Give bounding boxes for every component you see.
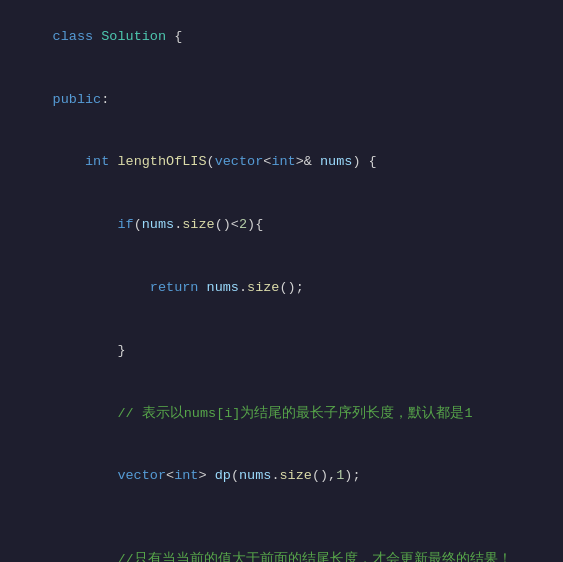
code-line-2: public: [0, 69, 563, 132]
keyword-class: class [53, 29, 94, 44]
code-line-4: if(nums.size()<2){ [0, 194, 563, 257]
code-line-9 [0, 508, 563, 529]
num-2: 2 [239, 217, 247, 232]
code-editor: class Solution { public: int lengthOfLIS… [0, 0, 563, 562]
code-line-6: } [0, 320, 563, 383]
keyword-int-2: int [174, 468, 198, 483]
fn-size-1: size [182, 217, 214, 232]
var-dp: dp [215, 468, 231, 483]
comment-1: // 表示以nums[i]为结尾的最长子序列长度，默认都是1 [117, 406, 472, 421]
code-line-10: //只有当当前的值大于前面的结尾长度，才会更新最终的结果！ [0, 529, 563, 562]
var-nums: nums [320, 154, 352, 169]
code-line-8: vector<int> dp(nums.size(),1); [0, 445, 563, 508]
class-name: Solution [101, 29, 166, 44]
keyword-int-1: int [85, 154, 109, 169]
code-line-7: // 表示以nums[i]为结尾的最长子序列长度，默认都是1 [0, 383, 563, 446]
keyword-public: public [53, 92, 102, 107]
keyword-if-1: if [117, 217, 133, 232]
fn-size-2: size [247, 280, 279, 295]
fn-size-3: size [280, 468, 312, 483]
var-nums-3: nums [207, 280, 239, 295]
var-nums-4: nums [239, 468, 271, 483]
keyword-vector: vector [215, 154, 264, 169]
keyword-vector-2: vector [117, 468, 166, 483]
code-line-1: class Solution { [0, 6, 563, 69]
keyword-int-vec: int [271, 154, 295, 169]
comment-2: //只有当当前的值大于前面的结尾长度，才会更新最终的结果！ [117, 552, 511, 562]
code-line-5: return nums.size(); [0, 257, 563, 320]
fn-lengthoflis: lengthOfLIS [117, 154, 206, 169]
code-line-3: int lengthOfLIS(vector<int>& nums) { [0, 132, 563, 195]
var-nums-2: nums [142, 217, 174, 232]
keyword-return-1: return [150, 280, 199, 295]
